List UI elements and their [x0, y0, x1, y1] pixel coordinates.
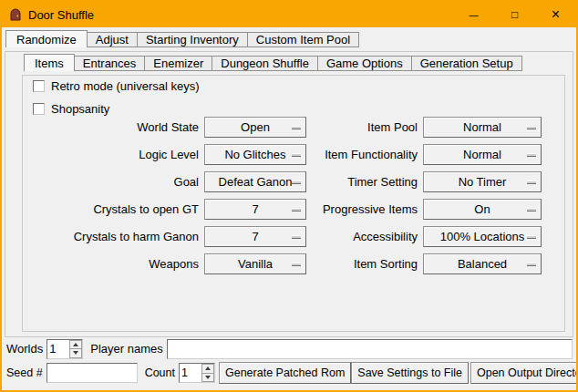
- dropdown-item-pool[interactable]: Normal: [423, 117, 542, 138]
- close-button[interactable]: ×: [535, 2, 576, 27]
- worlds-label: Worlds: [6, 342, 43, 356]
- dropdown-indicator-icon: [527, 153, 536, 157]
- worlds-spinbox: [46, 339, 83, 359]
- settings-grid: World State Open Item Pool Normal Logic …: [29, 117, 542, 274]
- titlebar: Door Shuffle — □ ×: [2, 2, 576, 27]
- tab-generation-setup[interactable]: Generation Setup: [411, 56, 522, 71]
- retro-mode-label: Retro mode (universal keys): [51, 79, 200, 93]
- dropdown-indicator-icon: [292, 235, 301, 239]
- dropdown-indicator-icon: [292, 126, 301, 129]
- count-input[interactable]: [180, 364, 201, 382]
- count-label: Count: [145, 366, 175, 379]
- dropdown-indicator-icon: [292, 208, 301, 211]
- field-label: Timer Setting: [310, 175, 419, 189]
- field-label: Progressive Items: [310, 202, 419, 216]
- up-arrow-icon: [73, 343, 78, 346]
- field-label: Logic Level: [29, 148, 201, 161]
- seed-row: Seed # Count Generate Patched Rom Save S…: [6, 362, 573, 384]
- worlds-spin-up-button[interactable]: [69, 340, 82, 350]
- open-output-button[interactable]: Open Output Directory: [470, 362, 578, 384]
- player-names-label: Player names: [90, 342, 162, 356]
- shopsanity-checkbox[interactable]: [33, 103, 45, 115]
- field-label: Weapons: [29, 257, 201, 271]
- dropdown-indicator-icon: [292, 181, 301, 184]
- dropdown-indicator-icon: [292, 263, 301, 266]
- seed-label: Seed #: [6, 366, 43, 379]
- down-arrow-icon: [73, 351, 78, 355]
- field-label: Accessibility: [310, 230, 419, 243]
- field-label: Goal: [29, 175, 201, 189]
- field-label: Crystals to harm Ganon: [29, 230, 201, 243]
- dropdown-indicator-icon: [527, 208, 536, 211]
- dropdown-crystals-harm-ganon[interactable]: 7: [204, 226, 306, 247]
- retro-mode-row: Retro mode (universal keys): [33, 78, 200, 93]
- window-title: Door Shuffle: [28, 8, 94, 22]
- dropdown-indicator-icon: [527, 263, 536, 266]
- player-names-input[interactable]: [167, 339, 573, 359]
- retro-mode-checkbox[interactable]: [33, 80, 45, 92]
- tab-randomize[interactable]: Randomize: [5, 30, 88, 47]
- tab-enemizer[interactable]: Enemizer: [144, 56, 212, 71]
- field-label: World State: [29, 120, 201, 134]
- window-content: Randomize Adjust Starting Inventory Cust…: [2, 27, 576, 390]
- dropdown-indicator-icon: [527, 235, 536, 239]
- worlds-row: Worlds Player names: [6, 338, 573, 359]
- dropdown-timer-setting[interactable]: No Timer: [423, 171, 542, 192]
- dropdown-indicator-icon: [292, 153, 301, 157]
- tab-items[interactable]: Items: [24, 54, 75, 71]
- up-arrow-icon: [205, 366, 211, 370]
- field-label: Item Sorting: [310, 257, 419, 271]
- maximize-button[interactable]: □: [494, 2, 535, 27]
- tab-custom-item-pool[interactable]: Custom Item Pool: [247, 32, 359, 47]
- dropdown-weapons[interactable]: Vanilla: [204, 253, 306, 274]
- dropdown-item-sorting[interactable]: Balanced: [423, 253, 542, 274]
- save-settings-button[interactable]: Save Settings to File: [351, 362, 469, 384]
- inner-tab-bar: Items Entrances Enemizer Dungeon Shuffle…: [24, 54, 521, 71]
- field-label: Item Pool: [310, 120, 419, 134]
- tab-dungeon-shuffle[interactable]: Dungeon Shuffle: [212, 56, 318, 71]
- minimize-button[interactable]: —: [453, 2, 494, 27]
- dropdown-item-functionality[interactable]: Normal: [423, 144, 542, 165]
- field-label: Crystals to open GT: [29, 202, 201, 216]
- count-spinbox: [179, 363, 215, 383]
- count-spin-up-button[interactable]: [201, 364, 214, 374]
- dropdown-goal[interactable]: Defeat Ganon: [204, 171, 306, 192]
- outer-tab-bar: Randomize Adjust Starting Inventory Cust…: [5, 30, 358, 47]
- dropdown-crystals-open-gt[interactable]: 7: [204, 199, 306, 220]
- worlds-spin-down-button[interactable]: [69, 349, 82, 358]
- window: Door Shuffle — □ × Randomize Adjust Star…: [0, 0, 578, 392]
- worlds-input[interactable]: [47, 340, 69, 358]
- dropdown-indicator-icon: [527, 126, 536, 129]
- tab-adjust[interactable]: Adjust: [87, 32, 138, 47]
- shopsanity-label: Shopsanity: [51, 102, 109, 116]
- tab-starting-inventory[interactable]: Starting Inventory: [137, 32, 248, 47]
- dropdown-accessibility[interactable]: 100% Locations: [423, 226, 542, 247]
- dropdown-logic-level[interactable]: No Glitches: [204, 144, 306, 165]
- tab-entrances[interactable]: Entrances: [74, 56, 146, 71]
- down-arrow-icon: [205, 376, 211, 379]
- tab-game-options[interactable]: Game Options: [317, 56, 412, 71]
- dropdown-progressive-items[interactable]: On: [423, 199, 542, 220]
- count-spin-down-button[interactable]: [201, 374, 214, 383]
- app-icon[interactable]: [8, 7, 23, 22]
- seed-input[interactable]: [46, 363, 138, 383]
- dropdown-world-state[interactable]: Open: [204, 117, 306, 138]
- caption-buttons: — □ ×: [453, 2, 576, 27]
- field-label: Item Functionality: [310, 148, 419, 161]
- generate-rom-button[interactable]: Generate Patched Rom: [219, 362, 351, 384]
- shopsanity-row: Shopsanity: [33, 101, 109, 116]
- dropdown-indicator-icon: [527, 181, 536, 184]
